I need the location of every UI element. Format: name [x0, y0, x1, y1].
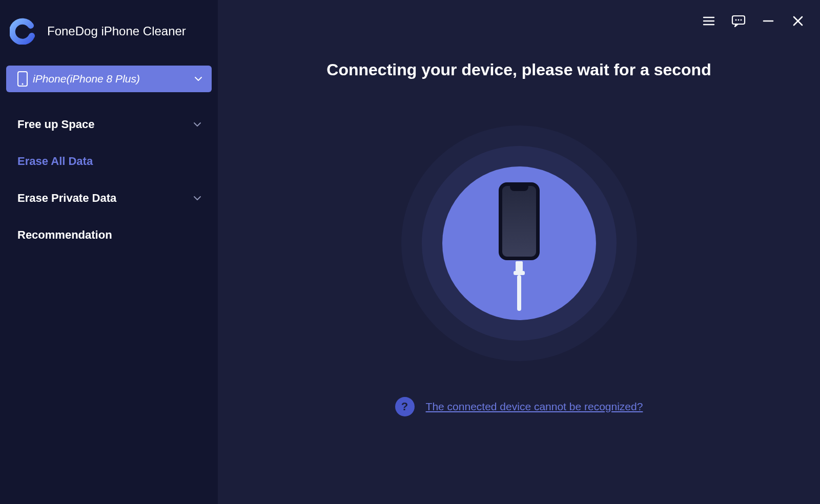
- help-icon[interactable]: ?: [395, 397, 415, 416]
- chevron-down-icon: [192, 193, 202, 203]
- menu-icon[interactable]: [700, 12, 717, 30]
- connecting-illustration: [401, 125, 637, 361]
- sidebar-item-recommendation[interactable]: Recommendation: [0, 224, 218, 246]
- sidebar: FoneDog iPhone Cleaner iPhone(iPhone 8 P…: [0, 0, 218, 504]
- svg-point-4: [738, 19, 740, 21]
- app-title: FoneDog iPhone Cleaner: [47, 24, 186, 38]
- sidebar-item-erase-all-data[interactable]: Erase All Data: [0, 151, 218, 172]
- device-dropdown[interactable]: iPhone(iPhone 8 Plus): [6, 66, 212, 92]
- svg-point-1: [22, 83, 23, 85]
- chevron-down-icon: [193, 74, 203, 84]
- window-controls: [700, 12, 807, 30]
- sidebar-item-label: Free up Space: [17, 118, 192, 131]
- phone-notch: [510, 186, 528, 191]
- logo-icon: [9, 17, 37, 45]
- sidebar-item-free-up-space[interactable]: Free up Space: [0, 114, 218, 135]
- sidebar-item-label: Erase Private Data: [17, 192, 192, 205]
- device-label: iPhone(iPhone 8 Plus): [33, 73, 188, 85]
- help-link[interactable]: The connected device cannot be recognize…: [426, 401, 643, 413]
- page-title: Connecting your device, please wait for …: [326, 60, 711, 79]
- sidebar-item-erase-private-data[interactable]: Erase Private Data: [0, 187, 218, 209]
- phone-device-icon: [499, 182, 540, 260]
- svg-point-3: [735, 19, 737, 21]
- chevron-down-icon: [192, 119, 202, 130]
- cable-plug: [516, 261, 523, 271]
- sidebar-item-label: Recommendation: [17, 228, 202, 242]
- phone-icon: [17, 71, 28, 87]
- cable-icon: [514, 261, 525, 311]
- main-panel: Connecting your device, please wait for …: [218, 0, 820, 504]
- cable-ferrule: [514, 271, 525, 275]
- svg-point-5: [741, 19, 742, 21]
- sidebar-item-label: Erase All Data: [17, 155, 202, 168]
- cable-cord: [517, 275, 521, 311]
- sidebar-nav: Free up Space Erase All Data Erase Priva…: [0, 104, 218, 246]
- feedback-icon[interactable]: [730, 12, 747, 30]
- app-window: FoneDog iPhone Cleaner iPhone(iPhone 8 P…: [0, 0, 820, 504]
- brand: FoneDog iPhone Cleaner: [0, 12, 218, 66]
- help-row: ? The connected device cannot be recogni…: [395, 397, 643, 416]
- close-button[interactable]: [789, 12, 807, 30]
- minimize-button[interactable]: [760, 12, 777, 30]
- phone-illustration: [499, 182, 540, 311]
